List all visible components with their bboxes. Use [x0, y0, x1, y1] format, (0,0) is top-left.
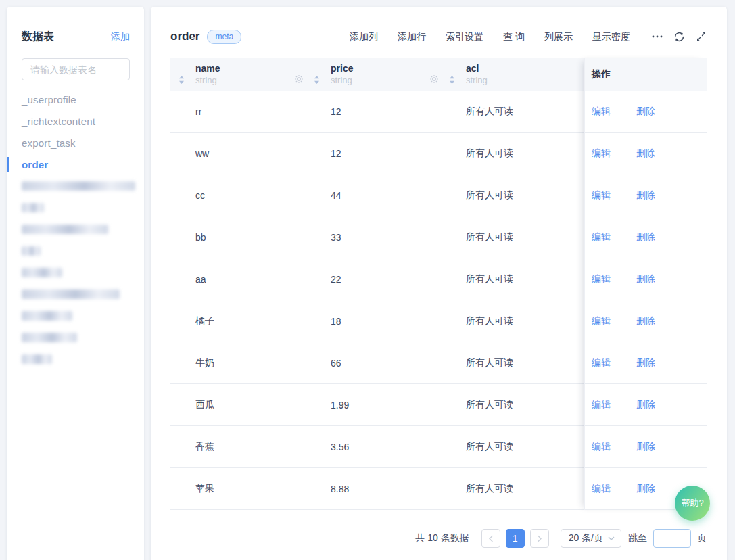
delete-link[interactable]: 删除 — [636, 357, 655, 369]
sidebar-item[interactable]: _richtextcontent — [7, 110, 144, 132]
delete-link[interactable]: 删除 — [636, 106, 655, 118]
delete-link[interactable]: 删除 — [636, 273, 655, 285]
add-table-link[interactable]: 添加 — [111, 31, 130, 43]
sidebar-item-redacted[interactable] — [7, 175, 144, 197]
row-actions: 编辑 删除 — [585, 258, 707, 300]
tables-sidebar: 数据表 添加 _userprofile _richtextcontent exp… — [7, 7, 144, 560]
sidebar-item-redacted[interactable] — [7, 283, 144, 305]
column-display-button[interactable]: 列展示 — [544, 30, 573, 43]
cell-name: ww — [170, 148, 306, 159]
sort-icon[interactable] — [314, 75, 320, 85]
cell-price: 8.88 — [306, 484, 441, 494]
refresh-icon[interactable] — [673, 31, 685, 43]
cell-name: cc — [170, 190, 306, 201]
sidebar-item[interactable]: _userprofile — [7, 89, 144, 110]
edit-link[interactable]: 编辑 — [592, 273, 611, 285]
column-name: acl — [466, 63, 488, 74]
gear-icon[interactable] — [429, 74, 439, 84]
sidebar-item-redacted[interactable] — [7, 218, 144, 240]
edit-link[interactable]: 编辑 — [592, 441, 611, 453]
add-row-button[interactable]: 添加行 — [398, 30, 426, 43]
sidebar-item-redacted[interactable] — [7, 348, 144, 370]
cell-acl: 所有人可读 — [441, 189, 576, 202]
expand-icon[interactable] — [696, 31, 707, 42]
row-actions: 编辑 删除 — [585, 91, 707, 133]
cell-name: 香蕉 — [170, 441, 306, 453]
delete-link[interactable]: 删除 — [636, 231, 655, 243]
cell-price: 3.56 — [306, 442, 441, 452]
total-count: 共 10 条数据 — [415, 532, 469, 544]
gear-icon[interactable] — [294, 74, 304, 84]
edit-link[interactable]: 编辑 — [592, 106, 611, 118]
row-actions: 编辑 删除 — [585, 300, 707, 342]
delete-link[interactable]: 删除 — [636, 189, 655, 202]
sidebar-item-label: _userprofile — [22, 94, 76, 106]
cell-name: 牛奶 — [170, 357, 306, 369]
cell-price: 66 — [306, 358, 441, 369]
page-1-button[interactable]: 1 — [506, 529, 525, 548]
row-actions: 编辑 删除 — [585, 133, 707, 174]
edit-link[interactable]: 编辑 — [592, 231, 611, 243]
redacted-text — [22, 203, 44, 212]
sidebar-item-order[interactable]: order — [7, 154, 144, 175]
data-table: name string price string — [170, 58, 707, 510]
index-settings-button[interactable]: 索引设置 — [446, 30, 483, 43]
delete-link[interactable]: 删除 — [636, 147, 655, 160]
add-column-button[interactable]: 添加列 — [350, 30, 378, 43]
sidebar-header: 数据表 添加 — [7, 7, 144, 45]
edit-link[interactable]: 编辑 — [592, 147, 611, 160]
jump-page-input[interactable] — [653, 529, 691, 548]
delete-link[interactable]: 删除 — [636, 441, 655, 453]
cell-price: 1.99 — [306, 400, 441, 411]
toolbar-icons — [652, 31, 707, 43]
column-type: string — [466, 75, 488, 86]
cell-acl: 所有人可读 — [441, 315, 576, 327]
column-type: string — [331, 75, 353, 86]
sidebar-item-redacted[interactable] — [7, 305, 144, 327]
sidebar-item-redacted[interactable] — [7, 197, 144, 218]
sort-icon[interactable] — [179, 75, 185, 85]
edit-link[interactable]: 编辑 — [592, 399, 611, 411]
sidebar-item[interactable]: export_task — [7, 132, 144, 154]
display-density-button[interactable]: 显示密度 — [592, 30, 630, 43]
sidebar-title: 数据表 — [22, 28, 54, 45]
query-button[interactable]: 查 询 — [503, 30, 525, 43]
edit-link[interactable]: 编辑 — [592, 483, 611, 495]
page-size-value: 20 条/页 — [569, 532, 603, 544]
delete-link[interactable]: 删除 — [636, 315, 655, 327]
column-type: string — [195, 75, 220, 86]
more-icon[interactable] — [652, 35, 663, 38]
edit-link[interactable]: 编辑 — [592, 357, 611, 369]
cell-acl: 所有人可读 — [441, 441, 576, 453]
main-header: order meta 添加列添加行索引设置查 询列展示显示密度 — [151, 7, 727, 46]
meta-badge: meta — [207, 30, 241, 44]
delete-link[interactable]: 删除 — [636, 399, 655, 411]
row-actions: 编辑 删除 — [585, 174, 707, 216]
jump-label: 跳至 — [628, 532, 647, 544]
next-page-button[interactable] — [530, 529, 549, 548]
sidebar-item-redacted[interactable] — [7, 262, 144, 283]
table-search-input[interactable] — [22, 58, 130, 80]
row-actions: 编辑 删除 — [585, 216, 707, 258]
table-list: _userprofile _richtextcontent export_tas… — [7, 89, 144, 370]
sidebar-item-redacted[interactable] — [7, 327, 144, 348]
help-button[interactable]: 帮助? — [675, 486, 710, 521]
page-unit-label: 页 — [697, 532, 707, 544]
cell-name: rr — [170, 106, 306, 117]
cell-price: 22 — [306, 274, 441, 285]
redacted-text — [22, 246, 41, 256]
page-size-select[interactable]: 20 条/页 — [561, 529, 621, 548]
cell-name: aa — [170, 274, 306, 285]
prev-page-button[interactable] — [481, 529, 500, 548]
cell-price: 33 — [306, 232, 441, 243]
operations-column: 操作 编辑 删除 编辑 删除 编辑 删除 编辑 删除 编辑 删除 编辑 删除 编… — [584, 58, 707, 510]
cell-acl: 所有人可读 — [441, 147, 576, 160]
sort-icon[interactable] — [449, 75, 455, 85]
cell-acl: 所有人可读 — [441, 399, 576, 411]
cell-price: 18 — [306, 316, 441, 327]
edit-link[interactable]: 编辑 — [592, 189, 611, 202]
row-actions: 编辑 删除 — [585, 342, 707, 384]
delete-link[interactable]: 删除 — [636, 483, 655, 495]
edit-link[interactable]: 编辑 — [592, 315, 611, 327]
sidebar-item-redacted[interactable] — [7, 240, 144, 262]
